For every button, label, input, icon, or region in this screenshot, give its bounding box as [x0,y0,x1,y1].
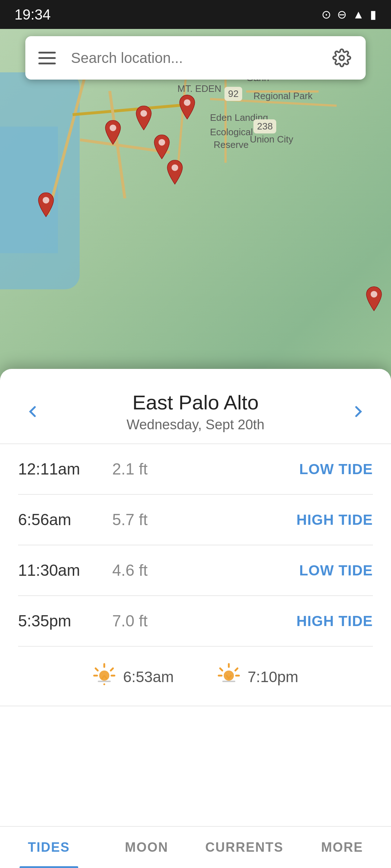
tide-height-2: 5.7 ft [112,511,297,529]
tab-more-label: MORE [321,840,363,855]
svg-point-1 [110,124,116,131]
tide-label-4: HIGH TIDE [297,613,373,629]
menu-button[interactable] [38,47,60,69]
tide-label-3: LOW TIDE [299,562,373,579]
menu-line-1 [38,52,56,54]
map-badge-238: 238 [253,119,276,133]
bottom-sheet: East Palo Alto Wednesday, Sept 20th 12:1… [0,369,391,868]
tab-tides-label: TIDES [28,840,70,855]
prev-day-button[interactable] [18,397,47,426]
location-header: East Palo Alto Wednesday, Sept 20th [0,376,391,444]
sunset-item: 7:10pm [217,663,298,691]
map-pin-right [364,286,384,312]
map-label-ecological: Ecological [210,127,253,138]
svg-line-18 [220,668,222,671]
next-day-button[interactable] [344,397,373,426]
menu-line-2 [38,57,56,59]
search-bar [25,36,366,80]
tab-tides[interactable]: TIDES [0,827,98,868]
map-pin-4 [152,134,172,160]
location-date: Wednesday, Sept 20th [47,417,344,433]
map-label-mt-eden: MT. EDEN [177,83,221,94]
map-pin-5 [36,192,56,218]
sun-info-row: 6:53am 7:10pm [0,647,391,706]
map-pin-2 [103,119,123,145]
tide-list: 12:11am 2.1 ft LOW TIDE 6:56am 5.7 ft HI… [0,444,391,647]
map-badge-92: 92 [224,87,242,101]
location-info: East Palo Alto Wednesday, Sept 20th [47,391,344,433]
tide-height-3: 4.6 ft [112,561,299,579]
search-input[interactable] [71,50,320,66]
map-label-union-city: Union City [250,134,293,145]
table-row: 11:30am 4.6 ft LOW TIDE [18,545,373,596]
status-bar: 19:34 ⊙ ⊖ ▲ ▮ [0,0,391,29]
tab-currents-label: CURRENTS [205,840,283,855]
svg-line-19 [235,668,237,671]
sunset-time: 7:10pm [248,668,298,686]
svg-point-2 [140,110,147,116]
svg-point-3 [159,139,165,145]
sunrise-item: 6:53am [93,663,174,691]
svg-point-7 [340,56,344,60]
location-name: East Palo Alto [47,391,344,414]
status-time: 19:34 [14,7,51,23]
map-pin-1 [177,94,197,120]
sunrise-time: 6:53am [123,668,174,686]
tide-label-2: HIGH TIDE [297,512,373,528]
tab-moon-label: MOON [125,840,168,855]
location-status-icon: ⊙ [321,8,331,21]
battery-status-icon: ▮ [370,8,377,21]
sunset-icon [217,663,240,691]
tide-time-1: 12:11am [18,460,112,478]
table-row: 12:11am 2.1 ft LOW TIDE [18,444,373,495]
svg-line-11 [96,668,98,671]
map-pin-3 [134,105,154,131]
table-row: 6:56am 5.7 ft HIGH TIDE [18,495,373,545]
tide-time-2: 6:56am [18,511,112,529]
svg-point-5 [172,164,178,171]
tab-currents[interactable]: CURRENTS [196,827,293,868]
tide-label-1: LOW TIDE [299,461,373,477]
wifi-status-icon: ▲ [353,8,364,21]
tab-moon[interactable]: MOON [98,827,196,868]
bottom-tabs: TIDES MOON CURRENTS MORE [0,826,391,868]
tide-height-1: 2.1 ft [112,460,299,478]
tide-height-4: 7.0 ft [112,612,297,630]
settings-button[interactable] [331,47,353,69]
tide-time-4: 5:35pm [18,612,112,630]
svg-line-12 [111,668,113,671]
tab-more[interactable]: MORE [293,827,391,868]
map-label-reserve: Reserve [214,139,249,150]
map-pin-6 [165,159,185,185]
svg-point-6 [371,291,377,297]
dnd-status-icon: ⊖ [337,8,347,21]
tide-time-3: 11:30am [18,561,112,579]
status-icons: ⊙ ⊖ ▲ ▮ [321,8,377,21]
table-row: 5:35pm 7.0 ft HIGH TIDE [18,596,373,647]
svg-point-4 [43,197,49,203]
sunrise-icon [93,663,116,691]
menu-line-3 [38,63,56,64]
svg-point-0 [184,99,190,106]
map-label-regional: Regional Park [253,90,312,102]
